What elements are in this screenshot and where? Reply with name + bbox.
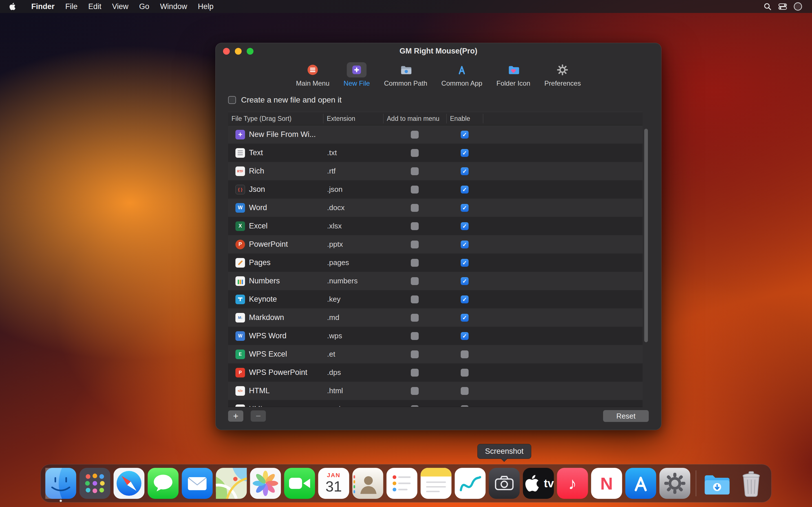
dock-item-photos[interactable] xyxy=(250,468,281,499)
powerpoint-file-icon xyxy=(236,240,245,249)
search-icon[interactable] xyxy=(762,2,773,11)
dock-item-maps[interactable] xyxy=(216,468,247,499)
enable-checkbox[interactable] xyxy=(461,350,469,358)
menu-item-go[interactable]: Go xyxy=(134,2,155,11)
add-to-main-menu-checkbox[interactable] xyxy=(411,387,419,395)
tab-folder-icon[interactable]: Folder Icon xyxy=(494,61,533,89)
dock-item-screenshot[interactable]: Screenshot xyxy=(489,468,520,499)
table-row[interactable]: Numbers .numbers xyxy=(228,272,643,290)
menu-item-help[interactable]: Help xyxy=(193,2,219,11)
enable-checkbox[interactable] xyxy=(461,149,469,157)
dock-item-app-store[interactable] xyxy=(625,468,656,499)
menu-item-window[interactable]: Window xyxy=(155,2,193,11)
add-to-main-menu-checkbox[interactable] xyxy=(411,131,419,138)
add-to-main-menu-checkbox[interactable] xyxy=(411,149,419,157)
add-to-main-menu-checkbox[interactable] xyxy=(411,204,419,212)
enable-checkbox[interactable] xyxy=(461,369,469,377)
table-row[interactable]: WPS PowerPoint .dps xyxy=(228,363,643,382)
enable-checkbox[interactable] xyxy=(461,186,469,193)
enable-checkbox[interactable] xyxy=(461,405,469,407)
zoom-button[interactable] xyxy=(247,48,253,55)
table-row[interactable]: Keynote .key xyxy=(228,290,643,308)
add-to-main-menu-checkbox[interactable] xyxy=(411,332,419,340)
add-to-main-menu-checkbox[interactable] xyxy=(411,295,419,303)
dock-item-safari[interactable] xyxy=(114,468,145,499)
menu-item-finder[interactable]: Finder xyxy=(26,2,60,11)
apple-menu-icon[interactable] xyxy=(8,2,17,11)
close-button[interactable] xyxy=(223,48,230,55)
dock-item-downloads[interactable] xyxy=(702,468,733,499)
table-row[interactable]: Rich .rtf xyxy=(228,162,643,180)
table-row[interactable]: Word .docx xyxy=(228,199,643,217)
add-to-main-menu-checkbox[interactable] xyxy=(411,369,419,377)
add-to-main-menu-checkbox[interactable] xyxy=(411,277,419,285)
enable-checkbox[interactable] xyxy=(461,131,469,138)
table-row[interactable]: XML .xml xyxy=(228,400,643,407)
table-row[interactable]: New File From Wi... xyxy=(228,125,643,144)
add-to-main-menu-checkbox[interactable] xyxy=(411,350,419,358)
add-to-main-menu-checkbox[interactable] xyxy=(411,259,419,267)
dock-item-finder[interactable] xyxy=(45,468,77,499)
enable-checkbox[interactable] xyxy=(461,222,469,230)
menu-item-edit[interactable]: Edit xyxy=(83,2,107,11)
add-to-main-menu-checkbox[interactable] xyxy=(411,222,419,230)
table-row[interactable]: WPS Excel .et xyxy=(228,345,643,363)
enable-checkbox[interactable] xyxy=(461,259,469,267)
dock-item-facetime[interactable] xyxy=(284,468,315,499)
add-to-main-menu-checkbox[interactable] xyxy=(411,240,419,248)
table-row[interactable]: Markdown .md xyxy=(228,308,643,327)
enable-checkbox[interactable] xyxy=(461,277,469,285)
enable-checkbox[interactable] xyxy=(461,204,469,212)
table-row[interactable]: Text .txt xyxy=(228,144,643,162)
dock-item-notes[interactable] xyxy=(421,468,452,499)
user-circle-icon[interactable] xyxy=(792,2,804,11)
scrollbar-thumb[interactable] xyxy=(644,129,648,342)
table-row[interactable]: WPS Word .wps xyxy=(228,327,643,345)
table-row[interactable]: Json .json xyxy=(228,180,643,199)
enable-checkbox[interactable] xyxy=(461,314,469,322)
tab-preferences[interactable]: Preferences xyxy=(542,61,583,89)
dock-item-music[interactable]: ♪ xyxy=(557,468,588,499)
reset-button[interactable]: Reset xyxy=(603,410,649,422)
dock-item-mail[interactable] xyxy=(182,468,213,499)
tab-new-file[interactable]: New File xyxy=(341,61,373,89)
dock-item-contacts[interactable] xyxy=(352,468,384,499)
add-file-type-button[interactable]: + xyxy=(228,410,243,421)
enable-checkbox[interactable] xyxy=(461,295,469,303)
tab-common-app[interactable]: Common App xyxy=(439,61,485,89)
table-row[interactable]: PowerPoint .pptx xyxy=(228,235,643,253)
dock-item-messages[interactable] xyxy=(148,468,179,499)
table-row[interactable]: Excel .xlsx xyxy=(228,217,643,235)
table-row[interactable]: Pages .pages xyxy=(228,253,643,272)
menu-item-file[interactable]: File xyxy=(60,2,83,11)
menu-item-view[interactable]: View xyxy=(107,2,134,11)
dock-item-reminders[interactable] xyxy=(387,468,417,499)
enable-checkbox[interactable] xyxy=(461,387,469,395)
add-to-main-menu-checkbox[interactable] xyxy=(411,186,419,193)
tab-main-menu[interactable]: Main Menu xyxy=(293,61,333,89)
enable-checkbox[interactable] xyxy=(461,240,469,248)
create-new-file-checkbox[interactable] xyxy=(228,96,236,104)
column-header-enable[interactable]: Enable xyxy=(446,114,483,123)
enable-checkbox[interactable] xyxy=(461,167,469,175)
dock-item-freeform[interactable] xyxy=(455,468,486,499)
minimize-button[interactable] xyxy=(235,48,242,55)
dock-item-calendar[interactable]: JAN 31 xyxy=(318,468,349,499)
remove-file-type-button[interactable]: − xyxy=(251,410,266,421)
column-header-add-to-main-menu[interactable]: Add to main menu xyxy=(383,114,446,123)
table-scrollbar[interactable] xyxy=(644,125,648,407)
add-to-main-menu-checkbox[interactable] xyxy=(411,167,419,175)
dock-item-system-settings[interactable] xyxy=(659,468,691,499)
enable-checkbox[interactable] xyxy=(461,332,469,340)
column-header-extension[interactable]: Extension xyxy=(323,114,383,123)
add-to-main-menu-checkbox[interactable] xyxy=(411,314,419,322)
control-center-icon[interactable] xyxy=(777,2,788,11)
column-header-file-type[interactable]: File Type (Drag Sort) xyxy=(228,114,323,123)
table-row[interactable]: HTML .html xyxy=(228,382,643,400)
dock-item-news[interactable]: N xyxy=(591,468,622,499)
tab-common-path[interactable]: Common Path xyxy=(381,61,430,89)
dock-item-trash[interactable] xyxy=(736,468,767,499)
dock-item-launchpad[interactable] xyxy=(80,468,110,499)
add-to-main-menu-checkbox[interactable] xyxy=(411,405,419,407)
dock-item-tv[interactable]: tv xyxy=(523,468,554,499)
